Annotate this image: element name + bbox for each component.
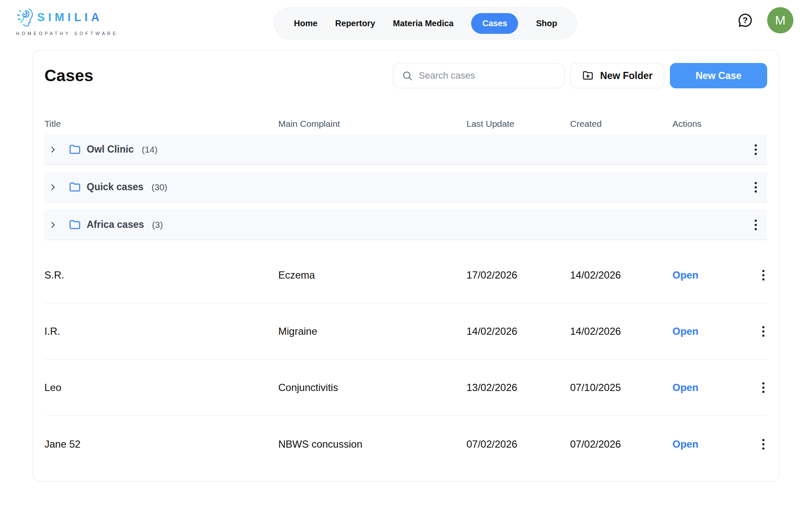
new-folder-button[interactable]: New Folder <box>570 63 664 88</box>
user-avatar[interactable]: M <box>767 7 793 33</box>
case-title: I.R. <box>44 325 278 337</box>
nav-item-repertory[interactable]: Repertory <box>335 19 375 28</box>
open-case-link[interactable]: Open <box>672 325 698 337</box>
search-cases-box <box>393 63 565 88</box>
folder-row-africa-cases[interactable]: Africa cases (3) <box>44 210 767 240</box>
chevron-right-icon[interactable] <box>49 221 57 229</box>
col-header-last-update: Last Update <box>466 119 570 129</box>
case-last-update: 14/02/2026 <box>466 325 570 337</box>
nav-item-cases[interactable]: Cases <box>471 13 518 34</box>
folder-menu-icon[interactable] <box>752 180 760 195</box>
col-header-actions: Actions <box>672 119 767 129</box>
case-row: Leo Conjunctivitis 13/02/2026 07/10/2025… <box>44 360 767 416</box>
case-last-update: 13/02/2026 <box>466 382 570 394</box>
case-created: 07/02/2026 <box>570 438 672 450</box>
search-input[interactable] <box>419 70 556 81</box>
brand-logo: SIMILIA HOMEOPATHY SOFTWARE <box>15 5 118 36</box>
case-created: 14/02/2026 <box>570 269 672 281</box>
cases-table: Title Main Complaint Last Update Created… <box>44 119 767 472</box>
svg-text:?: ? <box>743 16 748 25</box>
case-menu-icon[interactable] <box>760 268 767 283</box>
folder-menu-icon[interactable] <box>752 142 760 157</box>
cases-panel: Cases New <box>33 50 779 482</box>
col-header-main-complaint: Main Complaint <box>278 119 466 129</box>
case-row: I.R. Migraine 14/02/2026 14/02/2026 Open <box>44 303 767 360</box>
page-title: Cases <box>44 66 93 85</box>
folder-name: Quick cases <box>87 181 143 193</box>
help-icon[interactable]: ? <box>737 12 754 29</box>
folder-icon <box>69 143 81 156</box>
case-menu-icon[interactable] <box>760 437 767 452</box>
folder-row-quick-cases[interactable]: Quick cases (30) <box>44 172 767 202</box>
folder-menu-icon[interactable] <box>752 217 760 232</box>
case-complaint: Eczema <box>278 269 466 281</box>
chevron-right-icon[interactable] <box>49 145 57 154</box>
case-complaint: Migraine <box>278 325 466 337</box>
nav-item-home[interactable]: Home <box>294 19 318 28</box>
folder-name: Owl Clinic <box>87 144 134 155</box>
case-title: Jane 52 <box>44 438 278 450</box>
folder-count: (14) <box>142 145 157 155</box>
brand-tagline: HOMEOPATHY SOFTWARE <box>16 31 118 36</box>
nav-item-shop[interactable]: Shop <box>536 19 557 28</box>
folder-name: Africa cases <box>87 219 144 230</box>
folder-count: (30) <box>151 182 167 192</box>
table-header-row: Title Main Complaint Last Update Created… <box>44 119 767 134</box>
folder-plus-icon <box>582 70 594 82</box>
open-case-link[interactable]: Open <box>672 438 698 450</box>
nav-item-materia-medica[interactable]: Materia Medica <box>393 19 453 28</box>
col-header-created: Created <box>570 119 672 129</box>
chevron-right-icon[interactable] <box>49 183 57 191</box>
case-row: Jane 52 NBWS concussion 07/02/2026 07/02… <box>44 416 767 472</box>
open-case-link[interactable]: Open <box>672 269 698 281</box>
col-header-title: Title <box>44 119 278 129</box>
folder-count: (3) <box>152 220 163 230</box>
case-title: S.R. <box>44 269 278 281</box>
new-case-button[interactable]: New Case <box>670 63 767 88</box>
folder-icon <box>69 181 81 194</box>
case-last-update: 17/02/2026 <box>466 269 570 281</box>
open-case-link[interactable]: Open <box>672 382 698 394</box>
brand-name: SIMILIA <box>37 11 103 24</box>
case-last-update: 07/02/2026 <box>466 438 570 450</box>
case-menu-icon[interactable] <box>760 324 767 339</box>
case-complaint: NBWS concussion <box>278 438 466 450</box>
case-menu-icon[interactable] <box>760 380 767 395</box>
case-created: 14/02/2026 <box>570 325 672 337</box>
case-complaint: Conjunctivitis <box>278 382 466 394</box>
case-row: S.R. Eczema 17/02/2026 14/02/2026 Open <box>44 247 767 303</box>
case-title: Leo <box>44 382 278 394</box>
new-folder-label: New Folder <box>600 70 653 82</box>
top-header: SIMILIA HOMEOPATHY SOFTWARE Home Reperto… <box>0 0 812 41</box>
brand-logo-icon <box>15 5 35 30</box>
new-case-label: New Case <box>696 70 742 82</box>
folder-icon <box>69 219 81 231</box>
search-icon <box>402 70 413 81</box>
case-created: 07/10/2025 <box>570 382 672 394</box>
main-nav: Home Repertory Materia Medica Cases Shop <box>274 7 577 39</box>
folder-row-owl-clinic[interactable]: Owl Clinic (14) <box>44 134 767 165</box>
